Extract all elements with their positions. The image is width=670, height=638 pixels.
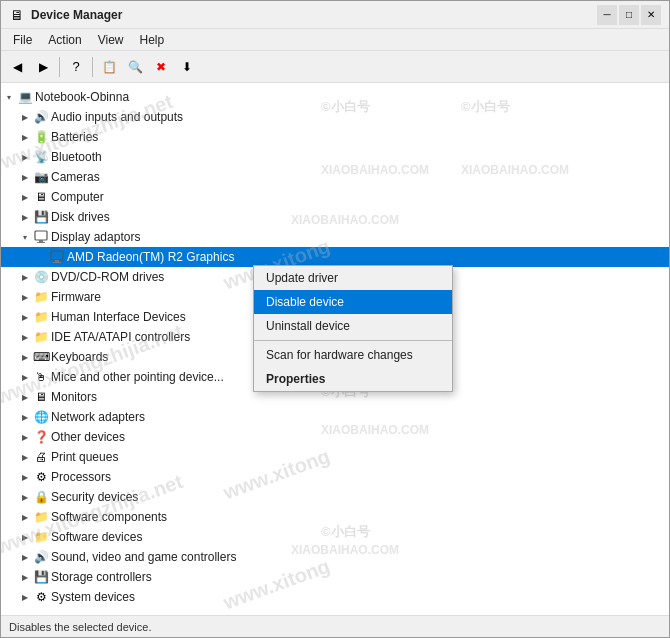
- tree-item-icon: 🖨: [33, 449, 49, 465]
- tree-item-print[interactable]: ▶🖨Print queues: [1, 447, 669, 467]
- window-title: Device Manager: [31, 8, 122, 22]
- tree-expander[interactable]: ▾: [17, 229, 33, 245]
- context-scan-changes[interactable]: Scan for hardware changes: [254, 343, 452, 367]
- menu-file[interactable]: File: [5, 31, 40, 49]
- toolbar: ◀ ▶ ? 📋 🔍 ✖ ⬇: [1, 51, 669, 83]
- back-button[interactable]: ◀: [5, 55, 29, 79]
- tree-item-icon: ❓: [33, 429, 49, 445]
- tree-expander[interactable]: ▶: [17, 289, 33, 305]
- main-content: ▾💻Notebook-Obinna▶🔊Audio inputs and outp…: [1, 83, 669, 615]
- tree-item-label: Network adapters: [51, 410, 145, 424]
- svg-rect-1: [39, 240, 43, 242]
- tree-expander[interactable]: ▶: [17, 409, 33, 425]
- tree-item-amd[interactable]: AMD Radeon(TM) R2 Graphics: [1, 247, 669, 267]
- tree-item-disk[interactable]: ▶💾Disk drives: [1, 207, 669, 227]
- tree-item-label: Keyboards: [51, 350, 108, 364]
- maximize-button[interactable]: □: [619, 5, 639, 25]
- tree-expander[interactable]: ▶: [17, 209, 33, 225]
- tree-item-network[interactable]: ▶🌐Network adapters: [1, 407, 669, 427]
- toolbar-separator-2: [92, 57, 93, 77]
- tree-item-icon: ⌨: [33, 349, 49, 365]
- tree-expander[interactable]: ▶: [17, 349, 33, 365]
- context-update-driver[interactable]: Update driver: [254, 266, 452, 290]
- tree-item-icon: 📁: [33, 289, 49, 305]
- svg-rect-0: [35, 231, 47, 240]
- tree-expander[interactable]: ▶: [17, 489, 33, 505]
- tree-expander[interactable]: ▶: [17, 109, 33, 125]
- toolbar-separator-1: [59, 57, 60, 77]
- disable-button[interactable]: ✖: [149, 55, 173, 79]
- tree-item-label: Batteries: [51, 130, 98, 144]
- tree-item-storage[interactable]: ▶💾Storage controllers: [1, 567, 669, 587]
- tree-item-label: Security devices: [51, 490, 138, 504]
- tree-item-softdev[interactable]: ▶📁Software devices: [1, 527, 669, 547]
- tree-expander[interactable]: ▶: [17, 129, 33, 145]
- tree-item-other[interactable]: ▶❓Other devices: [1, 427, 669, 447]
- tree-expander[interactable]: ▶: [17, 269, 33, 285]
- tree-item-root[interactable]: ▾💻Notebook-Obinna: [1, 87, 669, 107]
- tree-expander[interactable]: ▶: [17, 389, 33, 405]
- tree-item-system[interactable]: ▶⚙System devices: [1, 587, 669, 607]
- tree-expander[interactable]: ▶: [17, 189, 33, 205]
- menu-bar: File Action View Help: [1, 29, 669, 51]
- rollback-button[interactable]: ⬇: [175, 55, 199, 79]
- tree-item-icon: 📁: [33, 509, 49, 525]
- properties-button[interactable]: 📋: [97, 55, 121, 79]
- tree-item-audio[interactable]: ▶🔊Audio inputs and outputs: [1, 107, 669, 127]
- forward-button[interactable]: ▶: [31, 55, 55, 79]
- tree-item-batteries[interactable]: ▶🔋Batteries: [1, 127, 669, 147]
- context-uninstall-device[interactable]: Uninstall device: [254, 314, 452, 338]
- status-text: Disables the selected device.: [9, 621, 151, 633]
- tree-item-icon: 📁: [33, 529, 49, 545]
- tree-item-icon: 🌐: [33, 409, 49, 425]
- tree-item-label: Software devices: [51, 530, 142, 544]
- tree-item-label: Print queues: [51, 450, 118, 464]
- tree-item-computer[interactable]: ▶🖥Computer: [1, 187, 669, 207]
- tree-expander[interactable]: ▶: [17, 169, 33, 185]
- svg-rect-5: [53, 262, 61, 263]
- window-controls: ─ □ ✕: [597, 5, 661, 25]
- menu-help[interactable]: Help: [132, 31, 173, 49]
- tree-expander[interactable]: ▶: [17, 589, 33, 605]
- tree-item-label: Computer: [51, 190, 104, 204]
- close-button[interactable]: ✕: [641, 5, 661, 25]
- menu-action[interactable]: Action: [40, 31, 89, 49]
- tree-expander[interactable]: ▶: [17, 369, 33, 385]
- tree-item-sound[interactable]: ▶🔊Sound, video and game controllers: [1, 547, 669, 567]
- tree-expander[interactable]: ▶: [17, 509, 33, 525]
- help-button[interactable]: ?: [64, 55, 88, 79]
- tree-item-label: AMD Radeon(TM) R2 Graphics: [67, 250, 234, 264]
- tree-expander[interactable]: ▶: [17, 529, 33, 545]
- tree-expander[interactable]: ▶: [17, 469, 33, 485]
- tree-item-icon: 💾: [33, 209, 49, 225]
- minimize-button[interactable]: ─: [597, 5, 617, 25]
- tree-item-icon: 💾: [33, 569, 49, 585]
- tree-item-cameras[interactable]: ▶📷Cameras: [1, 167, 669, 187]
- tree-item-icon: 🔋: [33, 129, 49, 145]
- tree-item-label: Other devices: [51, 430, 125, 444]
- tree-expander[interactable]: ▶: [17, 569, 33, 585]
- tree-expander[interactable]: ▶: [17, 449, 33, 465]
- tree-item-softcomp[interactable]: ▶📁Software components: [1, 507, 669, 527]
- tree-item-bluetooth[interactable]: ▶📡Bluetooth: [1, 147, 669, 167]
- app-icon: 🖥: [9, 7, 25, 23]
- tree-expander[interactable]: ▶: [17, 329, 33, 345]
- tree-item-display[interactable]: ▾Display adaptors: [1, 227, 669, 247]
- tree-item-proc[interactable]: ▶⚙Processors: [1, 467, 669, 487]
- tree-item-label: Software components: [51, 510, 167, 524]
- tree-expander[interactable]: ▾: [1, 89, 17, 105]
- menu-view[interactable]: View: [90, 31, 132, 49]
- device-manager-window: 🖥 Device Manager ─ □ ✕ File Action View …: [0, 0, 670, 638]
- tree-expander[interactable]: ▶: [17, 429, 33, 445]
- tree-item-security[interactable]: ▶🔒Security devices: [1, 487, 669, 507]
- context-properties[interactable]: Properties: [254, 367, 452, 391]
- scan-button[interactable]: 🔍: [123, 55, 147, 79]
- tree-item-icon: ⚙: [33, 589, 49, 605]
- context-disable-device[interactable]: Disable device: [254, 290, 452, 314]
- tree-expander[interactable]: ▶: [17, 549, 33, 565]
- tree-item-label: Disk drives: [51, 210, 110, 224]
- tree-expander[interactable]: ▶: [17, 149, 33, 165]
- tree-expander[interactable]: ▶: [17, 309, 33, 325]
- tree-item-icon: 📡: [33, 149, 49, 165]
- tree-item-label: Sound, video and game controllers: [51, 550, 236, 564]
